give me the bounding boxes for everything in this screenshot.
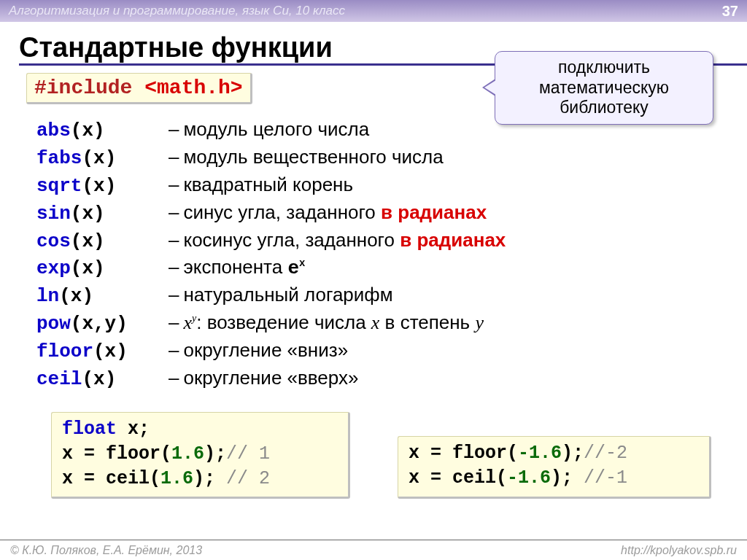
dash-separator: – xyxy=(169,311,179,333)
dash-separator: – xyxy=(169,118,179,140)
function-signature: exp(x) xyxy=(36,256,164,282)
function-list: abs(x)–модуль целого числаfabs(x)–модуль… xyxy=(36,117,506,393)
code-text: x = ceil( xyxy=(409,467,507,489)
function-signature: ln(x) xyxy=(36,284,164,310)
function-signature: floor(x) xyxy=(36,339,164,365)
include-library: <math.h> xyxy=(144,77,242,99)
function-description: xy: возведение числа x в степень y xyxy=(183,311,483,333)
number-literal: -1.6 xyxy=(518,443,562,464)
example-box-left: float x; x = floor(1.6);// 1 x = ceil(1.… xyxy=(51,412,350,499)
function-row: exp(x)–экспонента ex xyxy=(36,254,506,282)
page-number: 37 xyxy=(722,3,738,20)
function-description: натуральный логарифм xyxy=(183,284,392,306)
code-line: x = ceil(-1.6); //-1 xyxy=(409,466,699,491)
header-bar: Алгоритмизация и программирование, язык … xyxy=(0,0,747,22)
dash-separator: – xyxy=(169,339,179,361)
code-text: x; xyxy=(117,419,150,440)
function-description: косинус угла, заданного в радианах xyxy=(183,229,506,251)
dash-separator: – xyxy=(169,174,179,195)
number-literal: 1.6 xyxy=(171,443,204,464)
code-line: x = ceil(1.6); // 2 xyxy=(62,467,338,491)
footer-bar: © К.Ю. Поляков, Е.А. Ерёмин, 2013 http:/… xyxy=(0,540,747,560)
dash-separator: – xyxy=(169,367,179,389)
function-description: квадратный корень xyxy=(183,174,353,195)
callout-tooltip: подключить математическую библиотеку xyxy=(495,51,713,125)
code-line: x = floor(-1.6);//-2 xyxy=(409,441,699,466)
function-signature: sqrt(x) xyxy=(36,174,164,200)
example-box-right: x = floor(-1.6);//-2 x = ceil(-1.6); //-… xyxy=(398,436,711,499)
keyword-type: float xyxy=(62,419,117,440)
dash-separator: – xyxy=(169,256,179,278)
function-row: ln(x)–натуральный логарифм xyxy=(36,282,506,310)
code-text: ); xyxy=(204,443,226,464)
code-comment: //-2 xyxy=(584,443,627,464)
code-text: x = floor( xyxy=(62,443,171,464)
function-row: ceil(x)–округление «вверх» xyxy=(36,365,506,393)
code-text: ); xyxy=(562,443,584,464)
function-row: pow(x,y)–xy: возведение числа x в степен… xyxy=(36,310,506,338)
function-row: fabs(x)–модуль вещественного числа xyxy=(36,144,506,172)
function-signature: fabs(x) xyxy=(36,146,164,172)
function-description: округление «вверх» xyxy=(183,367,358,389)
code-line: float x; xyxy=(62,417,338,442)
function-description: модуль вещественного числа xyxy=(183,146,443,168)
function-signature: abs(x) xyxy=(36,118,164,144)
code-comment: // 1 xyxy=(226,443,270,464)
code-text: ); xyxy=(551,467,584,489)
course-title: Алгоритмизация и программирование, язык … xyxy=(9,4,345,18)
function-description: синус угла, заданного в радианах xyxy=(183,201,487,223)
dash-separator: – xyxy=(169,284,179,306)
number-literal: -1.6 xyxy=(507,467,551,489)
include-directive: #include xyxy=(34,77,132,99)
include-directive-box: #include <math.h> xyxy=(26,73,252,104)
code-comment: //-1 xyxy=(584,467,627,489)
footer-right: http://kpolyakov.spb.ru xyxy=(621,544,737,557)
footer-left: © К.Ю. Поляков, Е.А. Ерёмин, 2013 xyxy=(10,544,202,557)
function-row: sin(x)–синус угла, заданного в радианах xyxy=(36,200,506,228)
function-row: floor(x)–округление «вниз» xyxy=(36,338,506,365)
number-literal: 1.6 xyxy=(160,468,193,489)
code-text: ); xyxy=(193,468,226,489)
dash-separator: – xyxy=(169,201,179,223)
function-row: abs(x)–модуль целого числа xyxy=(36,117,506,144)
function-description: округление «вниз» xyxy=(183,339,348,361)
function-description: модуль целого числа xyxy=(183,118,369,140)
function-signature: ceil(x) xyxy=(36,367,164,393)
code-line: x = floor(1.6);// 1 xyxy=(62,442,338,467)
function-description: экспонента ex xyxy=(183,256,305,278)
function-row: cos(x)–косинус угла, заданного в радиана… xyxy=(36,228,506,255)
code-text: x = floor( xyxy=(409,443,518,464)
function-signature: pow(x,y) xyxy=(36,311,164,338)
dash-separator: – xyxy=(169,146,179,168)
code-text: x = ceil( xyxy=(62,468,160,489)
function-signature: sin(x) xyxy=(36,201,164,228)
dash-separator: – xyxy=(169,229,179,251)
function-signature: cos(x) xyxy=(36,229,164,255)
function-row: sqrt(x)–квадратный корень xyxy=(36,172,506,200)
code-comment: // 2 xyxy=(226,468,270,489)
